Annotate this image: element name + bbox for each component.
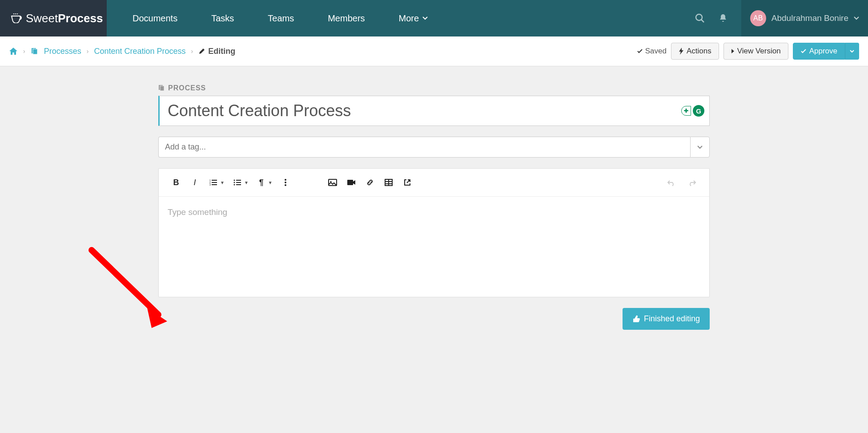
caret-icon[interactable]: ▼ xyxy=(220,180,225,185)
svg-rect-23 xyxy=(347,180,353,185)
breadcrumb-bar: › Processes › Content Creation Process ›… xyxy=(0,36,868,66)
caret-right-icon xyxy=(731,49,735,54)
actions-button[interactable]: Actions xyxy=(671,43,719,60)
italic-button[interactable]: I xyxy=(186,175,203,190)
cup-icon xyxy=(11,13,23,23)
svg-point-16 xyxy=(233,184,235,186)
svg-line-28 xyxy=(92,250,158,315)
approve-dropdown[interactable] xyxy=(845,43,859,60)
tag-input[interactable] xyxy=(158,137,690,158)
thumbs-up-icon xyxy=(632,315,640,323)
svg-point-0 xyxy=(696,14,702,20)
ordered-list-button[interactable]: 123 xyxy=(205,175,222,190)
table-button[interactable] xyxy=(380,175,397,190)
bold-button[interactable]: B xyxy=(168,175,185,190)
editor-toolbar: B I 123 ▼ ▼ ¶ ▼ xyxy=(159,169,709,197)
breadcrumb-sep: › xyxy=(23,48,25,55)
finished-editing-button[interactable]: Finished editing xyxy=(623,308,710,330)
svg-line-1 xyxy=(701,20,704,22)
svg-point-19 xyxy=(285,182,286,183)
approve-group: Approve xyxy=(793,43,859,60)
paragraph-button[interactable]: ¶ xyxy=(253,175,270,190)
stack-icon xyxy=(158,85,165,92)
redo-button[interactable] xyxy=(683,175,700,190)
svg-point-20 xyxy=(285,184,286,186)
breadcrumb-sep: › xyxy=(87,48,89,55)
nav-members[interactable]: Members xyxy=(311,13,382,24)
breadcrumb-sep: › xyxy=(191,48,193,55)
more-formatting-button[interactable] xyxy=(277,175,294,190)
external-link-button[interactable] xyxy=(399,175,416,190)
view-version-button[interactable]: View Version xyxy=(723,43,788,60)
svg-rect-3 xyxy=(33,49,37,54)
title-input[interactable] xyxy=(158,96,710,126)
user-menu[interactable]: AB Abdulrahman Bonire xyxy=(741,0,868,36)
editor-placeholder: Type something xyxy=(168,207,700,217)
check-icon xyxy=(800,48,807,54)
logo-text: SweetProcess xyxy=(26,12,103,25)
nav-more-label: More xyxy=(399,13,419,24)
stack-icon xyxy=(31,47,39,55)
caret-icon[interactable]: ▼ xyxy=(244,180,249,185)
svg-rect-5 xyxy=(160,86,164,91)
main-content: PROCESS ✚ G B I 123 ▼ ▼ ¶ ▼ xyxy=(149,84,719,330)
editor-body[interactable]: Type something xyxy=(159,197,709,286)
bolt-icon xyxy=(679,48,684,55)
nav-icons xyxy=(682,0,741,36)
svg-text:3: 3 xyxy=(209,183,211,186)
video-button[interactable] xyxy=(343,175,360,190)
saved-indicator: Saved xyxy=(637,47,667,56)
tag-wrap xyxy=(158,137,710,158)
nav-links: Documents Tasks Teams Members More xyxy=(107,0,682,36)
breadcrumb: › Processes › Content Creation Process ›… xyxy=(9,47,235,56)
chevron-down-icon xyxy=(422,16,428,20)
toolbar-right: Saved Actions View Version Approve xyxy=(637,43,859,60)
link-button[interactable] xyxy=(362,175,378,190)
bell-icon[interactable] xyxy=(718,13,728,23)
undo-button[interactable] xyxy=(663,175,680,190)
process-label: PROCESS xyxy=(158,84,710,92)
grammarly-icon: G xyxy=(693,105,704,117)
svg-point-18 xyxy=(285,179,286,181)
image-button[interactable] xyxy=(324,175,341,190)
svg-point-12 xyxy=(233,180,235,181)
caret-icon[interactable]: ▼ xyxy=(268,180,273,185)
nav-more[interactable]: More xyxy=(382,13,445,24)
title-wrap: ✚ G xyxy=(158,96,710,126)
nav-documents[interactable]: Documents xyxy=(116,13,194,24)
home-icon[interactable] xyxy=(9,47,18,55)
search-icon[interactable] xyxy=(695,13,705,23)
nav-tasks[interactable]: Tasks xyxy=(194,13,251,24)
svg-point-14 xyxy=(233,182,235,183)
tag-dropdown[interactable] xyxy=(690,137,710,158)
finished-wrap: Finished editing xyxy=(158,308,710,330)
unordered-list-button[interactable] xyxy=(229,175,246,190)
chevron-down-icon xyxy=(854,16,859,20)
nav-teams[interactable]: Teams xyxy=(251,13,311,24)
breadcrumb-content-creation[interactable]: Content Creation Process xyxy=(94,47,185,56)
plus-icon: ✚ xyxy=(681,106,691,116)
editor: B I 123 ▼ ▼ ¶ ▼ xyxy=(158,168,710,297)
logo[interactable]: SweetProcess xyxy=(0,0,107,36)
pencil-icon xyxy=(198,48,205,55)
breadcrumb-processes[interactable]: Processes xyxy=(44,47,81,56)
breadcrumb-current: Editing xyxy=(198,47,235,56)
grammarly-badge[interactable]: ✚ G xyxy=(681,105,704,117)
avatar: AB xyxy=(750,10,766,26)
main-header: SweetProcess Documents Tasks Teams Membe… xyxy=(0,0,868,36)
user-name: Abdulrahman Bonire xyxy=(772,13,848,23)
approve-button[interactable]: Approve xyxy=(793,43,845,60)
